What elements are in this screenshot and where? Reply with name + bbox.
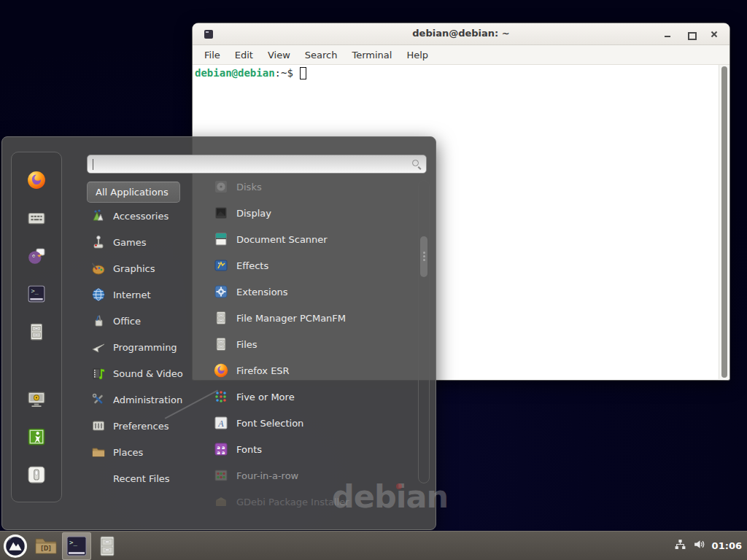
pidgin-icon[interactable]: [27, 246, 46, 265]
terminal-scrollbar-thumb[interactable]: [721, 66, 727, 378]
effects-icon: [214, 258, 228, 273]
app-fonts[interactable]: a aa a Fonts: [211, 436, 409, 462]
extensions-icon: [214, 284, 228, 299]
file-cabinet-icon: [214, 311, 228, 325]
firefox-icon: [214, 363, 228, 378]
terminal-menubar: File Edit View Search Terminal Help: [193, 45, 729, 65]
lock-screen-icon[interactable]: [27, 389, 46, 408]
svg-text:a a: a a: [217, 450, 225, 456]
minimize-button[interactable]: [662, 29, 673, 39]
internet-icon: [91, 287, 106, 302]
menu-terminal[interactable]: Terminal: [344, 47, 399, 63]
app-extensions[interactable]: Extensions: [211, 279, 409, 305]
file-cabinet-icon[interactable]: [27, 322, 46, 341]
software-icon[interactable]: [27, 209, 46, 228]
terminal-launcher[interactable]: >_: [62, 532, 91, 560]
sound-video-icon: [91, 366, 106, 381]
svg-text:>_: >_: [69, 539, 77, 546]
app-disks[interactable]: Disks: [211, 174, 409, 200]
search-icon: [412, 160, 419, 166]
all-applications-label: All Applications: [96, 187, 169, 198]
app-document-scanner[interactable]: Document Scanner: [211, 226, 409, 252]
application-list: Disks Display Document Scanner Effects E…: [211, 174, 409, 515]
category-graphics[interactable]: Graphics: [87, 255, 196, 281]
category-office[interactable]: Office: [87, 308, 196, 334]
preferences-icon: [91, 419, 106, 433]
text-caret: [93, 159, 93, 170]
programming-icon: [91, 340, 106, 354]
app-font-selection[interactable]: A Font Selection: [211, 410, 409, 436]
desktop: { "terminal_window": { "title": "debian@…: [0, 0, 747, 560]
terminal-scrollbar[interactable]: [719, 65, 729, 379]
svg-text:>_: >_: [31, 287, 39, 295]
file-cabinet-icon: [214, 337, 228, 351]
clock[interactable]: 01:06: [712, 540, 742, 551]
menu-help[interactable]: Help: [399, 47, 436, 63]
logout-icon[interactable]: [27, 427, 46, 446]
volume-icon[interactable]: [693, 538, 705, 553]
category-programming[interactable]: Programming: [87, 334, 196, 360]
menu-button-icon: [3, 534, 28, 559]
category-preferences[interactable]: Preferences: [87, 413, 196, 439]
accessories-icon: [91, 209, 106, 223]
app-file-manager-pcmanfm[interactable]: File Manager PCManFM: [211, 305, 409, 331]
category-list: Accessories Games Graphics Internet Offi…: [87, 203, 196, 491]
shell-prompt: debian@debian:~$: [195, 66, 306, 79]
network-icon[interactable]: [674, 538, 686, 553]
disks-icon: [214, 179, 228, 194]
desktop-folder-icon: [D]: [34, 536, 58, 556]
system-tray: 01:06: [674, 538, 747, 553]
document-scanner-icon: [214, 232, 228, 246]
app-files[interactable]: Files: [211, 331, 409, 357]
close-button[interactable]: [709, 29, 719, 39]
games-icon: [91, 235, 106, 249]
app-display[interactable]: Display: [211, 200, 409, 226]
shutdown-icon[interactable]: [27, 465, 46, 484]
desktop-folder-launcher[interactable]: [D]: [31, 532, 61, 560]
menu-view[interactable]: View: [260, 47, 298, 63]
display-icon: [214, 206, 228, 220]
category-recent-files[interactable]: Recent Files: [87, 465, 196, 491]
app-five-or-more[interactable]: Five or More: [211, 384, 409, 410]
debian-watermark-dot: [396, 483, 402, 489]
category-accessories[interactable]: Accessories: [87, 203, 196, 229]
window-title: debian@debian: ~: [193, 28, 729, 39]
recent-files-spacer: [91, 471, 106, 486]
prompt-path: :~$: [275, 66, 293, 79]
menu-file[interactable]: File: [197, 47, 228, 63]
svg-text:A: A: [217, 419, 224, 429]
administration-icon: [91, 392, 106, 407]
file-cabinet-icon: [98, 536, 116, 556]
app-effects[interactable]: Effects: [211, 252, 409, 279]
category-sound-video[interactable]: Sound & Video: [87, 360, 196, 386]
search-box[interactable]: [87, 155, 427, 174]
places-icon: [91, 445, 106, 459]
menu-scrollbar[interactable]: [418, 180, 430, 483]
font-selection-icon: A: [214, 416, 228, 430]
debian-watermark: debian: [332, 478, 448, 515]
terminal-cursor: [300, 67, 306, 79]
fonts-icon: a aa a: [214, 442, 228, 456]
category-places[interactable]: Places: [87, 439, 196, 465]
menu-search[interactable]: Search: [298, 47, 345, 63]
taskbar: [D] >_ 01:06: [0, 531, 747, 560]
app-firefox-esr[interactable]: Firefox ESR: [211, 357, 409, 384]
gdebi-icon: [214, 494, 228, 509]
graphics-icon: [91, 261, 106, 276]
svg-text:[D]: [D]: [41, 545, 51, 552]
firefox-icon[interactable]: [27, 171, 46, 190]
category-internet[interactable]: Internet: [87, 281, 196, 308]
menu-edit[interactable]: Edit: [228, 47, 260, 63]
terminal-icon[interactable]: >_: [27, 284, 46, 303]
category-games[interactable]: Games: [87, 229, 196, 255]
application-menu: >_ All Applications Accessories Games Gr…: [1, 136, 436, 530]
search-input[interactable]: [95, 157, 409, 171]
four-in-a-row-icon: [214, 468, 228, 483]
files-launcher[interactable]: [93, 532, 122, 560]
maximize-button[interactable]: [686, 29, 696, 39]
terminal-titlebar[interactable]: debian@debian: ~: [193, 23, 729, 45]
menu-scrollbar-thumb[interactable]: [420, 236, 427, 277]
office-icon: [91, 314, 106, 328]
menu-button[interactable]: [1, 532, 30, 560]
filter-all-applications[interactable]: All Applications: [87, 182, 180, 203]
